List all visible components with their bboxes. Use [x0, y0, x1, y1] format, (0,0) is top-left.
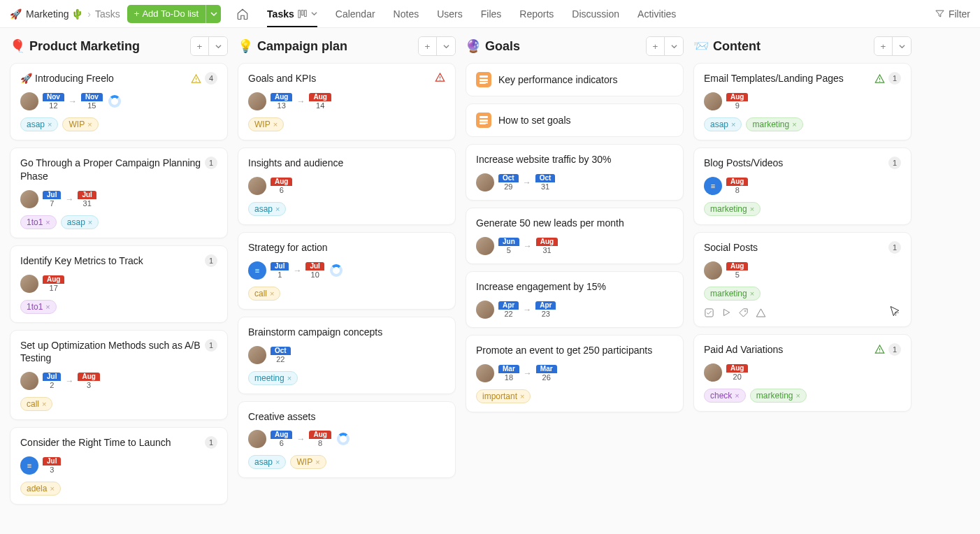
tag-remove-icon[interactable]: × [45, 218, 50, 226]
avatar[interactable] [248, 92, 266, 110]
note-card[interactable]: How to set goals [466, 103, 684, 137]
tag-asap[interactable]: asap× [248, 455, 286, 469]
date-chip[interactable]: Oct22 [271, 347, 291, 363]
date-chip[interactable]: Aug17 [43, 275, 64, 292]
nav-tasks[interactable]: Tasks [267, 0, 317, 27]
column-menu-button[interactable] [893, 37, 911, 55]
nav-calendar[interactable]: Calendar [336, 0, 375, 27]
tag-remove-icon[interactable]: × [315, 458, 319, 466]
avatar[interactable] [704, 92, 722, 110]
task-card[interactable]: Promote an event to get 250 participants… [466, 335, 684, 412]
tag-remove-icon[interactable]: × [87, 120, 92, 129]
tag-asap[interactable]: asap× [20, 117, 58, 131]
column-add-button[interactable]: + [874, 37, 893, 55]
tag-remove-icon[interactable]: × [45, 303, 50, 311]
label-icon[interactable] [738, 308, 749, 318]
date-chip[interactable]: Aug3 [78, 373, 99, 389]
add-icon[interactable] [891, 308, 901, 318]
tag-remove-icon[interactable]: × [273, 120, 278, 129]
play-icon[interactable] [721, 308, 731, 317]
tag-remove-icon[interactable]: × [735, 391, 739, 400]
nav-reports[interactable]: Reports [519, 0, 554, 27]
date-chip[interactable]: Aug14 [309, 93, 331, 110]
date-chip[interactable]: Aug9 [726, 93, 748, 110]
task-card[interactable]: Consider the Right Time to Launch 1 ≡Jul… [10, 427, 228, 505]
avatar[interactable] [248, 177, 266, 195]
date-chip[interactable]: Jun5 [498, 238, 519, 254]
avatar[interactable] [704, 363, 722, 382]
task-card[interactable]: Identify Key Metrics to Track 1 Aug17 1t… [10, 245, 228, 323]
date-chip[interactable]: Aug5 [726, 262, 748, 279]
nav-notes[interactable]: Notes [394, 0, 419, 27]
date-chip[interactable]: Jul3 [43, 457, 61, 474]
column-menu-button[interactable] [437, 37, 455, 55]
tag-asap[interactable]: asap× [704, 117, 742, 131]
priority-icon[interactable] [756, 308, 766, 318]
tag-remove-icon[interactable]: × [520, 392, 524, 400]
avatar[interactable] [476, 364, 494, 382]
tag-1to1[interactable]: 1to1× [20, 300, 57, 314]
date-chip[interactable]: Aug20 [726, 364, 748, 381]
column-menu-button[interactable] [665, 37, 683, 55]
filter-button[interactable]: Filter [935, 8, 970, 20]
tag-remove-icon[interactable]: × [750, 289, 754, 298]
breadcrumb-project[interactable]: Marketing 🌵 [26, 8, 83, 20]
task-card[interactable]: Strategy for action ≡Jul1→Jul10 call× [238, 232, 456, 310]
column-add-button[interactable]: + [191, 37, 209, 55]
avatar[interactable] [20, 92, 38, 110]
tag-1to1[interactable]: 1to1× [20, 215, 57, 229]
avatar[interactable] [248, 430, 266, 448]
avatar[interactable] [20, 372, 38, 390]
tag-remove-icon[interactable]: × [275, 458, 280, 466]
date-chip[interactable]: Mar26 [536, 365, 557, 382]
nav-home[interactable] [236, 0, 249, 27]
date-chip[interactable]: Aug13 [271, 93, 292, 110]
date-chip[interactable]: Jul7 [43, 191, 61, 208]
avatar[interactable] [476, 173, 494, 192]
tag-WIP[interactable]: WIP× [62, 117, 98, 131]
tag-remove-icon[interactable]: × [731, 120, 735, 129]
tag-WIP[interactable]: WIP× [290, 455, 326, 469]
date-chip[interactable]: Mar18 [498, 365, 519, 382]
tag-important[interactable]: important× [476, 389, 531, 403]
breadcrumb-section[interactable]: Tasks [95, 8, 120, 20]
tag-remove-icon[interactable]: × [750, 205, 754, 213]
task-card[interactable]: Set up Optimization Methods such as A/B … [10, 330, 228, 421]
tag-remove-icon[interactable]: × [88, 218, 92, 226]
tag-marketing[interactable]: marketing× [704, 202, 761, 216]
tag-call[interactable]: call× [248, 287, 280, 301]
task-card[interactable]: Brainstorm campaign concepts Oct22 meeti… [238, 317, 456, 394]
date-chip[interactable]: Oct31 [535, 174, 556, 191]
date-chip[interactable]: Oct29 [498, 174, 519, 191]
column-menu-button[interactable] [209, 37, 227, 55]
task-card[interactable]: Social Posts 1 Aug5 marketing× [693, 232, 911, 327]
tag-WIP[interactable]: WIP× [248, 117, 284, 131]
tag-remove-icon[interactable]: × [792, 120, 796, 129]
tag-call[interactable]: call× [20, 397, 52, 411]
task-card[interactable]: Increase website traffic by 30% Oct29→Oc… [466, 144, 684, 201]
nav-discussion[interactable]: Discussion [572, 0, 619, 27]
task-card[interactable]: Goals and KPIs Aug13→Aug14 WIP× [238, 63, 456, 140]
avatar[interactable] [20, 190, 38, 208]
nav-files[interactable]: Files [481, 0, 502, 27]
tag-remove-icon[interactable]: × [795, 391, 800, 400]
date-chip[interactable]: Apr23 [535, 301, 556, 318]
tag-remove-icon[interactable]: × [48, 120, 52, 129]
date-chip[interactable]: Jul31 [78, 191, 96, 208]
add-todo-list-button[interactable]: + Add To-Do list [127, 5, 206, 23]
avatar[interactable]: ≡ [20, 456, 38, 475]
avatar[interactable] [248, 346, 266, 364]
tag-asap[interactable]: asap× [248, 202, 286, 216]
tag-remove-icon[interactable]: × [287, 374, 291, 382]
date-chip[interactable]: Jul1 [271, 262, 289, 279]
add-todo-list-dropdown[interactable] [206, 5, 221, 23]
tag-marketing[interactable]: marketing× [746, 117, 802, 131]
nav-users[interactable]: Users [437, 0, 463, 27]
date-chip[interactable]: Nov15 [81, 93, 103, 110]
date-chip[interactable]: Aug31 [536, 238, 558, 254]
avatar[interactable] [476, 301, 494, 319]
avatar[interactable] [704, 261, 722, 280]
avatar[interactable]: ≡ [248, 261, 266, 280]
task-card[interactable]: Blog Posts/Videos 1 ≡Aug8 marketing× [693, 147, 911, 225]
task-card[interactable]: Paid Ad Variations 1 Aug20 check×marketi… [693, 334, 911, 412]
